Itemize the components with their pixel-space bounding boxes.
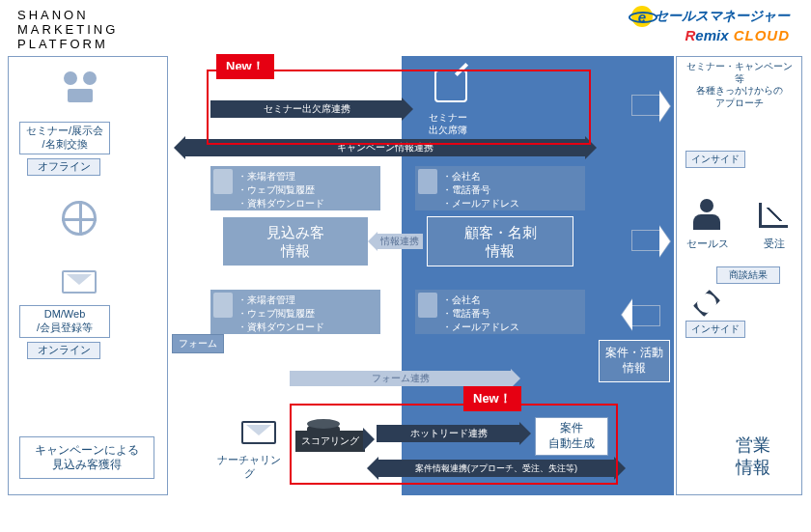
box-case-autogen: 案件 自動生成 <box>535 417 608 456</box>
label-order: 受注 <box>753 236 796 253</box>
person-icon <box>213 169 233 194</box>
arrow-outline-3 <box>631 305 660 326</box>
box-offline: オフライン <box>27 158 100 176</box>
mail-icon <box>62 270 97 294</box>
arrow-case-info: 案件情報連携(アプローチ、受注、失注等) <box>377 460 616 477</box>
globe-icon <box>62 201 97 236</box>
box-case-activity: 案件・活動 情報 <box>599 340 670 382</box>
arrow-form-link: フォーム連携 <box>290 371 512 386</box>
bullets-client-top: ・会社名 ・電話番号 ・メールアドレス <box>415 166 585 210</box>
label-approach: セミナー・キャンペーン等 各種きっかけからの アプローチ <box>680 64 799 106</box>
badge-new-top: New！ <box>216 54 274 79</box>
box-campaign-acq: キャンペーンによる 見込み客獲得 <box>19 436 154 479</box>
salesman-icon <box>693 199 720 230</box>
people-icon <box>58 71 102 102</box>
arrow-hotlead: ホットリード連携 <box>377 425 521 442</box>
bullets-visitor-bottom: ・来場者管理 ・ウェブ閲覧履歴 ・資料ダウンロード <box>210 290 380 334</box>
label-attendance-book: セミナー 出欠席簿 <box>413 108 483 139</box>
compose-icon <box>434 70 467 102</box>
arrow-seminar-attendance: セミナー出欠席連携 <box>210 100 404 118</box>
arrow-outline-1 <box>631 95 660 116</box>
phone-icon <box>693 290 720 317</box>
box-online: オンライン <box>27 342 100 359</box>
bullets-visitor-top: ・来場者管理 ・ウェブ閲覧履歴 ・資料ダウンロード <box>210 166 380 210</box>
tag-form: フォーム <box>172 334 224 353</box>
person-icon <box>213 293 233 318</box>
box-negotiation: 商談結果 <box>716 266 780 284</box>
bullets-client-bottom: ・会社名 ・電話番号 ・メールアドレス <box>415 290 585 334</box>
box-inside-1: インサイド <box>685 151 745 168</box>
arrow-campaign-info: キャンペーン情報連携 <box>183 139 587 156</box>
person-icon <box>418 293 437 318</box>
box-dmweb: DM/Web /会員登録等 <box>19 305 110 338</box>
shanon-logo: SHANON MARKETING PLATFORM <box>17 8 118 51</box>
chart-icon <box>759 203 788 228</box>
label-sales: セールス <box>682 236 734 253</box>
remix-logo: eセールスマネージャー Remix CLOUD <box>631 6 790 43</box>
box-seminar-exhibit: セミナー/展示会 /名刺交換 <box>19 122 110 154</box>
person-icon <box>418 169 437 194</box>
box-inside-2: インサイド <box>685 321 745 338</box>
arrow-outline-2 <box>631 230 660 251</box>
label-nurturing: ナーチャリング <box>210 458 288 477</box>
badge-new-bottom: New！ <box>463 386 521 411</box>
box-lead-info: 見込み客 情報 <box>222 216 369 266</box>
label-sales-info: 営業 情報 <box>736 434 770 480</box>
envelope-icon <box>241 421 276 444</box>
box-customer-info: 顧客・名刺 情報 <box>427 216 573 266</box>
box-scoring: スコアリング <box>295 431 365 452</box>
arrow-info-link: 情報連携 <box>377 234 423 249</box>
